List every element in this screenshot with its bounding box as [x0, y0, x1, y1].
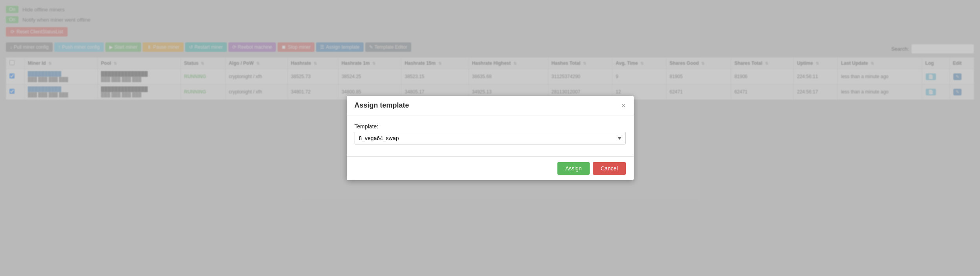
cancel-button[interactable]: Cancel — [593, 162, 626, 175]
assign-button[interactable]: Assign — [557, 162, 590, 175]
assign-template-modal: Assign template × Template: 8_vega64_swa… — [347, 96, 634, 180]
template-field-label: Template: — [355, 123, 626, 130]
modal-footer: Assign Cancel — [347, 156, 634, 180]
modal-close-button[interactable]: × — [621, 102, 626, 109]
modal-title: Assign template — [355, 101, 409, 110]
modal-header: Assign template × — [347, 96, 634, 115]
template-select[interactable]: 8_vega64_swaptemplate_2template_3 — [355, 132, 626, 144]
modal-backdrop: Assign template × Template: 8_vega64_swa… — [0, 0, 980, 276]
modal-body: Template: 8_vega64_swaptemplate_2templat… — [347, 115, 634, 148]
